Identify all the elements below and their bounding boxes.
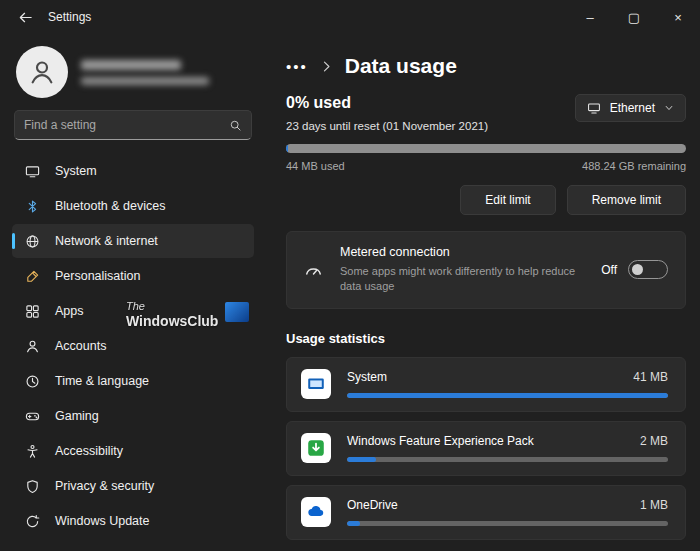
page-title: Data usage xyxy=(345,54,457,78)
percent-used-heading: 0% used xyxy=(286,94,488,112)
settings-window: Settings – ▢ × xyxy=(0,0,700,551)
windows-update-icon xyxy=(24,513,40,529)
metered-connection-card: Metered connection Some apps might work … xyxy=(286,231,686,309)
sidebar-item-apps[interactable]: Apps xyxy=(12,294,254,328)
sidebar-item-label: Gaming xyxy=(55,409,99,423)
accessibility-icon xyxy=(24,443,40,459)
windows-feature-pack-icon xyxy=(301,433,331,463)
app-name: System xyxy=(347,370,387,384)
profile-name-blurred xyxy=(81,60,209,85)
remove-limit-button[interactable]: Remove limit xyxy=(567,185,686,215)
sidebar-item-privacy-security[interactable]: Privacy & security xyxy=(12,469,254,503)
bluetooth-icon xyxy=(24,198,40,214)
app-usage-bar xyxy=(347,393,668,398)
apps-icon xyxy=(24,303,40,319)
data-usage-progressbar xyxy=(286,144,686,153)
person-icon xyxy=(27,57,57,87)
metered-connection-icon xyxy=(304,260,323,279)
close-button[interactable]: × xyxy=(656,0,700,34)
toggle-state-label: Off xyxy=(601,263,617,277)
window-title: Settings xyxy=(48,10,91,24)
sidebar-item-label: Windows Update xyxy=(55,514,150,528)
app-usage-bar xyxy=(347,521,668,526)
metered-connection-toggle[interactable] xyxy=(628,260,668,279)
app-size: 41 MB xyxy=(633,370,668,384)
accounts-icon xyxy=(24,338,40,354)
usage-row-onedrive: OneDrive 1 MB xyxy=(286,485,686,540)
titlebar: Settings – ▢ × xyxy=(0,0,700,34)
app-size: 2 MB xyxy=(640,434,668,448)
sidebar-item-time-language[interactable]: Time & language xyxy=(12,364,254,398)
onedrive-icon xyxy=(301,497,331,527)
sidebar-item-label: Accessibility xyxy=(55,444,123,458)
usage-summary: 0% used 23 days until reset (01 November… xyxy=(286,94,686,132)
profile-button[interactable] xyxy=(12,40,254,108)
reset-text: 23 days until reset (01 November 2021) xyxy=(286,120,488,132)
personalisation-icon xyxy=(24,268,40,284)
sidebar: System Bluetooth & devices Network & int… xyxy=(0,34,266,551)
app-name: Windows Feature Experience Pack xyxy=(347,434,534,448)
main-content: ••• Data usage 0% used 23 days until res… xyxy=(266,34,700,551)
app-body: System Bluetooth & devices Network & int… xyxy=(0,34,700,551)
app-name: OneDrive xyxy=(347,498,398,512)
sidebar-item-network-internet[interactable]: Network & internet xyxy=(12,224,254,258)
sidebar-item-accessibility[interactable]: Accessibility xyxy=(12,434,254,468)
used-amount: 44 MB used xyxy=(286,160,345,172)
sidebar-item-bluetooth-devices[interactable]: Bluetooth & devices xyxy=(12,189,254,223)
app-size: 1 MB xyxy=(640,498,668,512)
gaming-icon xyxy=(24,408,40,424)
sidebar-item-personalisation[interactable]: Personalisation xyxy=(12,259,254,293)
sidebar-item-label: Network & internet xyxy=(55,234,158,248)
connection-label: Ethernet xyxy=(610,101,655,115)
sidebar-item-label: Apps xyxy=(55,304,84,318)
chevron-down-icon xyxy=(664,103,674,113)
data-usage-progress-fill xyxy=(286,144,288,153)
avatar xyxy=(16,46,68,98)
breadcrumb-ellipsis-button[interactable]: ••• xyxy=(286,58,308,75)
sidebar-item-label: System xyxy=(55,164,97,178)
sidebar-item-label: Bluetooth & devices xyxy=(55,199,166,213)
sidebar-item-label: Accounts xyxy=(55,339,106,353)
app-usage-bar xyxy=(347,457,668,462)
sidebar-item-label: Time & language xyxy=(55,374,149,388)
sidebar-item-system[interactable]: System xyxy=(12,154,254,188)
toggle-knob xyxy=(632,264,643,275)
edit-limit-button[interactable]: Edit limit xyxy=(460,185,555,215)
sidebar-nav: System Bluetooth & devices Network & int… xyxy=(12,154,254,539)
metered-connection-title: Metered connection xyxy=(340,245,584,259)
usage-row-windows-feature-pack: Windows Feature Experience Pack 2 MB xyxy=(286,421,686,476)
limit-actions: Edit limit Remove limit xyxy=(286,185,686,215)
usage-amounts: 44 MB used 488.24 GB remaining xyxy=(286,160,686,172)
window-controls: – ▢ × xyxy=(568,0,700,34)
sidebar-item-windows-update[interactable]: Windows Update xyxy=(12,504,254,538)
privacy-shield-icon xyxy=(24,478,40,494)
maximize-button[interactable]: ▢ xyxy=(612,0,656,34)
usage-row-system: System 41 MB xyxy=(286,357,686,412)
system-app-icon xyxy=(301,369,331,399)
ethernet-icon xyxy=(587,101,601,115)
connection-selector[interactable]: Ethernet xyxy=(575,94,686,122)
chevron-right-icon xyxy=(320,60,333,73)
sidebar-item-label: Privacy & security xyxy=(55,479,154,493)
metered-connection-description: Some apps might work differently to help… xyxy=(340,264,584,295)
sidebar-item-label: Personalisation xyxy=(55,269,140,283)
minimize-button[interactable]: – xyxy=(568,0,612,34)
remaining-amount: 488.24 GB remaining xyxy=(582,160,686,172)
system-icon xyxy=(24,163,40,179)
back-button[interactable] xyxy=(10,2,40,32)
app-usage-fill xyxy=(347,521,360,526)
search-input[interactable] xyxy=(24,118,229,132)
back-arrow-icon xyxy=(18,10,33,25)
sidebar-item-accounts[interactable]: Accounts xyxy=(12,329,254,363)
app-usage-fill xyxy=(347,457,376,462)
network-icon xyxy=(24,233,40,249)
breadcrumb: ••• Data usage xyxy=(286,54,686,78)
app-usage-fill xyxy=(347,393,668,398)
usage-statistics-header: Usage statistics xyxy=(286,331,686,346)
search-box xyxy=(14,110,252,140)
sidebar-item-gaming[interactable]: Gaming xyxy=(12,399,254,433)
time-language-icon xyxy=(24,373,40,389)
search-icon xyxy=(229,119,242,132)
